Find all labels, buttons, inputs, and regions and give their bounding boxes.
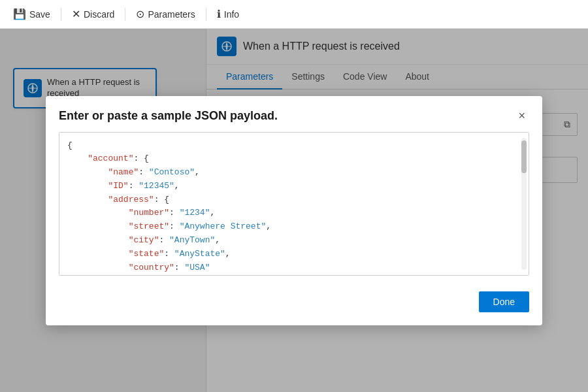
save-button[interactable]: 💾 Save	[8, 5, 56, 23]
json-line: "address": {	[67, 193, 521, 207]
separator	[125, 8, 125, 21]
json-payload-modal: Enter or paste a sample JSON payload. × …	[46, 96, 542, 325]
discard-icon: ✕	[72, 8, 80, 20]
modal-body: { "account": { "name": "Contoso", "ID": …	[46, 132, 542, 286]
modal-header: Enter or paste a sample JSON payload. ×	[46, 96, 542, 132]
json-line: {	[67, 139, 521, 153]
save-icon: 💾	[13, 8, 26, 20]
json-line: "account": {	[67, 152, 521, 166]
done-button[interactable]: Done	[479, 291, 529, 312]
separator	[61, 8, 61, 21]
modal-close-button[interactable]: ×	[514, 108, 529, 124]
separator	[206, 8, 206, 21]
json-line: "name": "Contoso",	[67, 166, 521, 180]
main-area: When a HTTP request is received + » When…	[0, 29, 588, 392]
modal-title: Enter or paste a sample JSON payload.	[59, 109, 278, 123]
editor-scrollbar[interactable]	[521, 138, 527, 270]
info-button[interactable]: ℹ Info	[212, 5, 244, 23]
parameters-button[interactable]: ⊙ Parameters	[131, 5, 200, 23]
close-icon: ×	[518, 109, 525, 122]
modal-footer: Done	[46, 286, 542, 325]
modal-overlay: Enter or paste a sample JSON payload. × …	[0, 29, 588, 392]
json-editor[interactable]: { "account": { "name": "Contoso", "ID": …	[59, 132, 529, 276]
json-line: "number": "1234",	[67, 206, 521, 220]
discard-button[interactable]: ✕ Discard	[67, 5, 120, 23]
info-icon: ℹ	[217, 8, 221, 20]
json-line: "city": "AnyTown",	[67, 234, 521, 248]
json-line: "street": "Anywhere Street",	[67, 220, 521, 234]
json-line: "ID": "12345",	[67, 180, 521, 193]
toolbar: 💾 Save ✕ Discard ⊙ Parameters ℹ Info	[0, 0, 588, 29]
editor-scrollbar-thumb	[521, 140, 527, 173]
json-line: "state": "AnyState",	[67, 248, 521, 261]
parameters-icon: ⊙	[136, 8, 144, 20]
json-line: "country": "USA"	[67, 261, 521, 275]
